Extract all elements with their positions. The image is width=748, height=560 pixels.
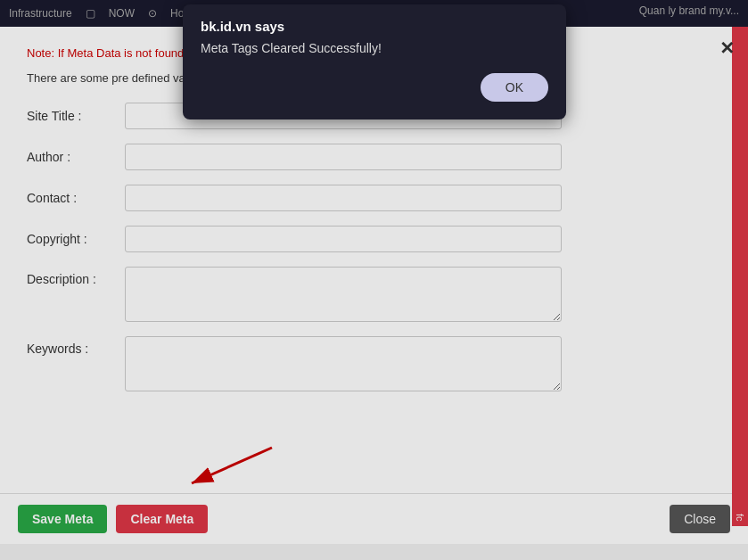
- dialog-ok-button[interactable]: OK: [481, 73, 548, 102]
- dialog-title: bk.id.vn says: [201, 19, 548, 34]
- dialog-message: Meta Tags Cleared Successfully!: [201, 41, 548, 55]
- dialog-box: bk.id.vn says Meta Tags Cleared Successf…: [183, 4, 566, 119]
